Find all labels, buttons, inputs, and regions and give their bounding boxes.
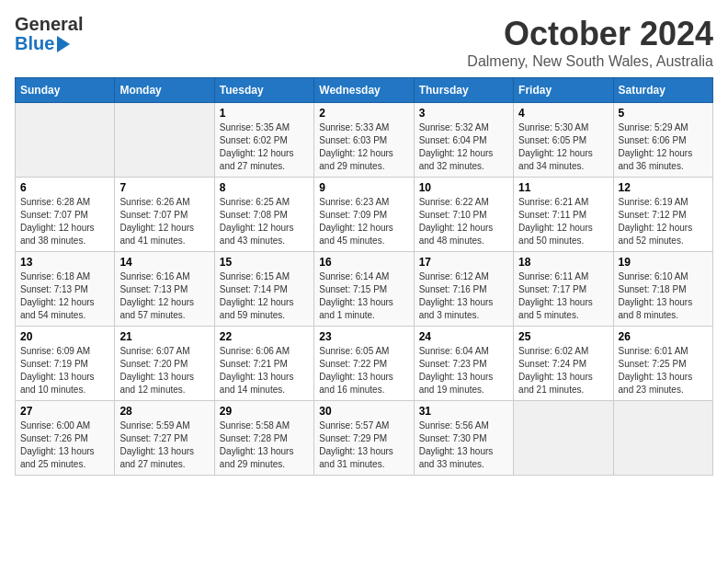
calendar-cell: 1Sunrise: 5:35 AM Sunset: 6:02 PM Daylig…	[214, 103, 313, 178]
day-number: 5	[619, 107, 708, 120]
week-row-5: 27Sunrise: 6:00 AM Sunset: 7:26 PM Dayli…	[16, 401, 713, 476]
week-row-4: 20Sunrise: 6:09 AM Sunset: 7:19 PM Dayli…	[16, 327, 713, 401]
week-row-2: 6Sunrise: 6:28 AM Sunset: 7:07 PM Daylig…	[16, 178, 713, 252]
day-info: Sunrise: 5:58 AM Sunset: 7:28 PM Dayligh…	[220, 419, 309, 471]
calendar-cell: 22Sunrise: 6:06 AM Sunset: 7:21 PM Dayli…	[214, 327, 313, 401]
logo-blue-text: Blue	[15, 33, 54, 54]
day-number: 11	[518, 181, 608, 194]
day-number: 27	[20, 405, 109, 418]
day-info: Sunrise: 5:59 AM Sunset: 7:27 PM Dayligh…	[119, 419, 209, 471]
day-info: Sunrise: 6:16 AM Sunset: 7:13 PM Dayligh…	[119, 270, 209, 322]
header-cell-tuesday: Tuesday	[214, 78, 313, 103]
day-number: 20	[20, 330, 109, 343]
day-info: Sunrise: 6:15 AM Sunset: 7:14 PM Dayligh…	[220, 270, 309, 322]
day-info: Sunrise: 6:00 AM Sunset: 7:26 PM Dayligh…	[20, 419, 109, 471]
day-number: 7	[119, 181, 209, 194]
calendar-body: 1Sunrise: 5:35 AM Sunset: 6:02 PM Daylig…	[16, 103, 713, 476]
day-number: 19	[619, 256, 708, 269]
calendar-cell: 3Sunrise: 5:32 AM Sunset: 6:04 PM Daylig…	[414, 103, 513, 178]
header-cell-thursday: Thursday	[414, 78, 513, 103]
day-info: Sunrise: 6:19 AM Sunset: 7:12 PM Dayligh…	[619, 196, 708, 247]
calendar-cell: 23Sunrise: 6:05 AM Sunset: 7:22 PM Dayli…	[314, 327, 414, 401]
day-number: 12	[619, 181, 708, 194]
calendar-cell: 11Sunrise: 6:21 AM Sunset: 7:11 PM Dayli…	[514, 178, 613, 252]
day-info: Sunrise: 6:21 AM Sunset: 7:11 PM Dayligh…	[518, 196, 608, 247]
calendar-cell: 26Sunrise: 6:01 AM Sunset: 7:25 PM Dayli…	[613, 327, 712, 401]
day-number: 21	[119, 330, 209, 343]
day-number: 6	[20, 181, 109, 194]
calendar-cell: 21Sunrise: 6:07 AM Sunset: 7:20 PM Dayli…	[115, 327, 214, 401]
calendar-table: SundayMondayTuesdayWednesdayThursdayFrid…	[15, 77, 713, 476]
header-cell-wednesday: Wednesday	[314, 78, 414, 103]
calendar-cell: 9Sunrise: 6:23 AM Sunset: 7:09 PM Daylig…	[314, 178, 414, 252]
calendar-header: SundayMondayTuesdayWednesdayThursdayFrid…	[16, 78, 713, 103]
calendar-cell	[16, 103, 115, 178]
day-number: 13	[20, 256, 109, 269]
day-number: 2	[319, 107, 408, 120]
header-cell-saturday: Saturday	[613, 78, 712, 103]
day-info: Sunrise: 6:14 AM Sunset: 7:15 PM Dayligh…	[319, 270, 408, 322]
day-info: Sunrise: 5:57 AM Sunset: 7:29 PM Dayligh…	[319, 419, 408, 471]
day-info: Sunrise: 6:28 AM Sunset: 7:07 PM Dayligh…	[20, 196, 109, 247]
day-info: Sunrise: 6:06 AM Sunset: 7:21 PM Dayligh…	[220, 345, 309, 396]
day-number: 26	[619, 330, 708, 343]
header: General Blue October 2024 Dalmeny, New S…	[15, 15, 713, 70]
calendar-cell: 10Sunrise: 6:22 AM Sunset: 7:10 PM Dayli…	[414, 178, 513, 252]
day-info: Sunrise: 6:22 AM Sunset: 7:10 PM Dayligh…	[419, 196, 508, 247]
day-number: 23	[319, 330, 408, 343]
header-cell-friday: Friday	[514, 78, 613, 103]
calendar-cell: 5Sunrise: 5:29 AM Sunset: 6:06 PM Daylig…	[613, 103, 712, 178]
day-info: Sunrise: 5:35 AM Sunset: 6:02 PM Dayligh…	[220, 121, 309, 173]
day-number: 29	[220, 405, 309, 418]
day-info: Sunrise: 5:56 AM Sunset: 7:30 PM Dayligh…	[419, 419, 508, 471]
day-info: Sunrise: 6:12 AM Sunset: 7:16 PM Dayligh…	[419, 270, 508, 322]
day-number: 25	[518, 330, 608, 343]
day-number: 15	[220, 256, 309, 269]
day-info: Sunrise: 6:04 AM Sunset: 7:23 PM Dayligh…	[419, 345, 508, 396]
day-number: 8	[220, 181, 309, 194]
calendar-cell: 28Sunrise: 5:59 AM Sunset: 7:27 PM Dayli…	[115, 401, 214, 476]
calendar-cell: 30Sunrise: 5:57 AM Sunset: 7:29 PM Dayli…	[314, 401, 414, 476]
day-number: 4	[518, 107, 608, 120]
header-row: SundayMondayTuesdayWednesdayThursdayFrid…	[16, 78, 713, 103]
calendar-cell: 27Sunrise: 6:00 AM Sunset: 7:26 PM Dayli…	[16, 401, 115, 476]
week-row-3: 13Sunrise: 6:18 AM Sunset: 7:13 PM Dayli…	[16, 252, 713, 327]
day-number: 9	[319, 181, 408, 194]
day-info: Sunrise: 6:11 AM Sunset: 7:17 PM Dayligh…	[518, 270, 608, 322]
day-number: 14	[119, 256, 209, 269]
title-area: October 2024 Dalmeny, New South Wales, A…	[467, 15, 713, 70]
day-number: 31	[419, 405, 508, 418]
calendar-cell: 15Sunrise: 6:15 AM Sunset: 7:14 PM Dayli…	[214, 252, 313, 327]
calendar-cell: 13Sunrise: 6:18 AM Sunset: 7:13 PM Dayli…	[16, 252, 115, 327]
header-cell-sunday: Sunday	[16, 78, 115, 103]
calendar-cell: 24Sunrise: 6:04 AM Sunset: 7:23 PM Dayli…	[414, 327, 513, 401]
day-info: Sunrise: 6:18 AM Sunset: 7:13 PM Dayligh…	[20, 270, 109, 322]
day-number: 22	[220, 330, 309, 343]
calendar-cell: 7Sunrise: 6:26 AM Sunset: 7:07 PM Daylig…	[115, 178, 214, 252]
calendar-cell: 25Sunrise: 6:02 AM Sunset: 7:24 PM Dayli…	[514, 327, 613, 401]
day-info: Sunrise: 6:05 AM Sunset: 7:22 PM Dayligh…	[319, 345, 408, 396]
subtitle: Dalmeny, New South Wales, Australia	[467, 53, 713, 70]
calendar-cell: 18Sunrise: 6:11 AM Sunset: 7:17 PM Dayli…	[514, 252, 613, 327]
calendar-cell: 4Sunrise: 5:30 AM Sunset: 6:05 PM Daylig…	[514, 103, 613, 178]
day-info: Sunrise: 5:30 AM Sunset: 6:05 PM Dayligh…	[518, 121, 608, 173]
day-number: 16	[319, 256, 408, 269]
logo-arrow-icon	[57, 36, 70, 52]
day-info: Sunrise: 6:02 AM Sunset: 7:24 PM Dayligh…	[518, 345, 608, 396]
day-number: 28	[119, 405, 209, 418]
calendar-cell: 17Sunrise: 6:12 AM Sunset: 7:16 PM Dayli…	[414, 252, 513, 327]
calendar-cell: 2Sunrise: 5:33 AM Sunset: 6:03 PM Daylig…	[314, 103, 414, 178]
day-info: Sunrise: 6:09 AM Sunset: 7:19 PM Dayligh…	[20, 345, 109, 396]
calendar-cell: 31Sunrise: 5:56 AM Sunset: 7:30 PM Dayli…	[414, 401, 513, 476]
main-title: October 2024	[467, 15, 713, 53]
day-number: 17	[419, 256, 508, 269]
calendar-cell: 29Sunrise: 5:58 AM Sunset: 7:28 PM Dayli…	[214, 401, 313, 476]
logo-general-text: General	[15, 15, 83, 33]
day-number: 18	[518, 256, 608, 269]
day-number: 1	[220, 107, 309, 120]
day-number: 10	[419, 181, 508, 194]
calendar-cell	[115, 103, 214, 178]
day-info: Sunrise: 5:33 AM Sunset: 6:03 PM Dayligh…	[319, 121, 408, 173]
calendar-cell	[613, 401, 712, 476]
calendar-cell: 16Sunrise: 6:14 AM Sunset: 7:15 PM Dayli…	[314, 252, 414, 327]
